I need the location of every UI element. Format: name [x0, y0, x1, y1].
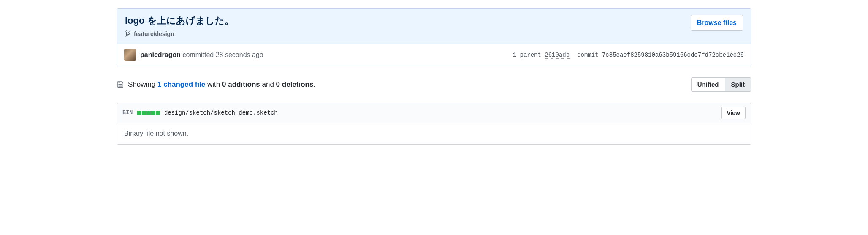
diffstat-row: Showing 1 changed file with 0 additions … [117, 77, 751, 92]
unified-toggle[interactable]: Unified [692, 78, 725, 91]
diff-view-toggle: Unified Split [691, 77, 751, 92]
author-name[interactable]: panicdragon [140, 51, 181, 58]
and-text: and [262, 80, 274, 88]
file-header-left: BIN design/sketch/sketch_demo.sketch [122, 109, 278, 116]
commit-meta-right: 1 parent 2610adb commit 7c85eaef8259810a… [513, 52, 744, 58]
git-branch-icon [125, 30, 131, 38]
parent-info: 1 parent 2610adb [513, 52, 570, 58]
commit-title: logo を上にあげました。 [125, 15, 234, 27]
deletions-text: 0 deletions [276, 80, 314, 88]
file-path[interactable]: design/sketch/sketch_demo.sketch [164, 109, 278, 116]
branch-row: feature/design [125, 30, 234, 38]
commit-sha-block: commit 7c85eaef8259810a63b59166cde7fd72c… [577, 52, 744, 58]
commit-header: logo を上にあげました。 feature/design Browse fil… [117, 9, 751, 44]
avatar[interactable] [124, 49, 136, 61]
parent-count-label: 1 parent [513, 52, 541, 58]
commit-summary-box: logo を上にあげました。 feature/design Browse fil… [117, 8, 751, 66]
changed-files-link[interactable]: 1 changed file [157, 80, 205, 88]
with-text: with [207, 80, 220, 88]
showing-text: Showing [128, 80, 155, 88]
commit-full-sha: 7c85eaef8259810a63b59166cde7fd72cbe1ec26 [602, 52, 744, 58]
file-body-message: Binary file not shown. [117, 123, 751, 144]
split-toggle[interactable]: Split [725, 78, 751, 91]
commit-label: commit [577, 52, 598, 58]
file-diff-icon [117, 81, 124, 88]
commit-meta-left: panicdragon committed 28 seconds ago [124, 49, 263, 61]
branch-name[interactable]: feature/design [134, 30, 174, 37]
parent-sha-link[interactable]: 2610adb [545, 52, 570, 59]
file-diff-box: BIN design/sketch/sketch_demo.sketch Vie… [117, 103, 751, 145]
bin-tag: BIN [122, 109, 133, 116]
period: . [313, 80, 315, 88]
commit-meta-row: panicdragon committed 28 seconds ago 1 p… [117, 44, 751, 66]
view-file-button[interactable]: View [721, 107, 746, 119]
committed-text: committed [182, 51, 214, 58]
browse-files-button[interactable]: Browse files [691, 15, 743, 31]
commit-title-block: logo を上にあげました。 feature/design [125, 15, 234, 38]
diffstat-summary: Showing 1 changed file with 0 additions … [117, 80, 315, 89]
additions-text: 0 additions [222, 80, 260, 88]
relative-time: 28 seconds ago [216, 51, 263, 58]
file-header: BIN design/sketch/sketch_demo.sketch Vie… [117, 103, 751, 123]
diff-squares-icon [137, 111, 160, 115]
